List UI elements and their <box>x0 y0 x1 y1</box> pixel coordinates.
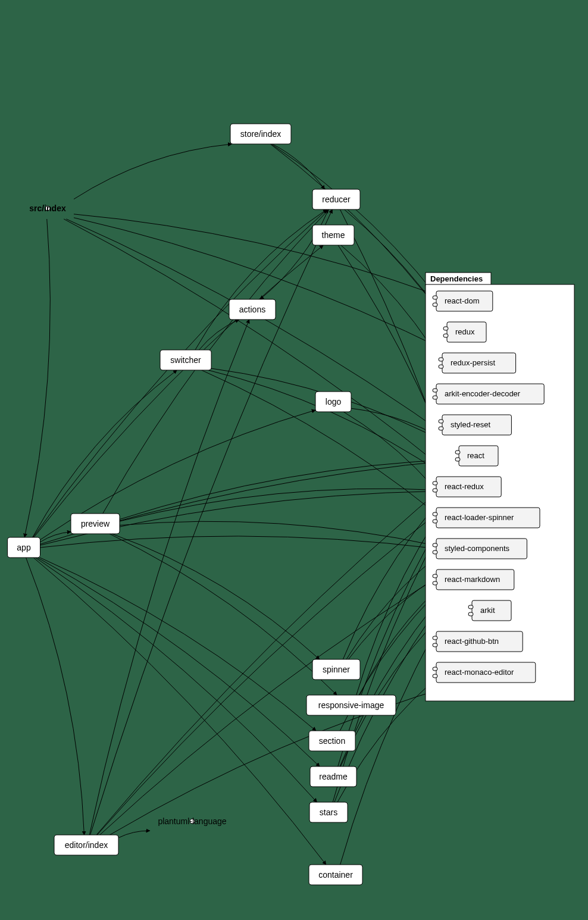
node-plantuml_language: plantuml-language <box>158 816 226 826</box>
edge-editor_index-react <box>96 466 468 835</box>
svg-rect-34 <box>433 636 437 640</box>
edge-reducer-actions <box>260 209 329 299</box>
svg-rect-32 <box>468 612 473 616</box>
dep-redux_persist: redux-persist <box>439 353 516 373</box>
node-store_index: store/index <box>230 124 291 144</box>
edge-app-styled_components <box>40 536 437 549</box>
node-container: container <box>309 865 362 885</box>
edge-src_index-react_dom <box>74 214 436 295</box>
svg-rect-13 <box>439 420 443 423</box>
node-stars-label: stars <box>320 808 337 817</box>
svg-rect-22 <box>433 512 437 516</box>
svg-rect-23 <box>433 520 437 523</box>
node-readme: readme <box>310 766 356 787</box>
node-preview: preview <box>71 514 120 534</box>
node-reducer-label: reducer <box>322 195 351 204</box>
svg-rect-4 <box>443 327 448 330</box>
svg-rect-5 <box>443 334 448 337</box>
svg-rect-19 <box>433 481 437 485</box>
svg-rect-31 <box>468 605 473 609</box>
dep-react_github_btn: react-github-btn <box>433 631 523 652</box>
svg-rect-14 <box>439 427 443 430</box>
edge-preview-reducer <box>103 209 329 514</box>
svg-rect-38 <box>433 674 437 678</box>
edge-editor_index-react_redux <box>97 497 458 835</box>
dep-styled_reset: styled-reset <box>439 415 511 435</box>
dep-react_redux-label: react-redux <box>445 482 484 491</box>
svg-rect-37 <box>433 667 437 671</box>
node-editor_index: editor/index <box>54 835 118 855</box>
node-src_index-label: src/index <box>29 204 66 213</box>
node-switcher-label: switcher <box>170 355 201 365</box>
node-section: section <box>309 731 355 751</box>
edge-src_index-store_index <box>74 144 232 199</box>
node-switcher: switcher <box>160 350 211 370</box>
dep-react_monaco_editor: react-monaco-editor <box>433 662 536 683</box>
svg-rect-20 <box>433 489 437 492</box>
node-app-label: app <box>17 543 31 552</box>
dep-redux-label: redux <box>455 327 475 336</box>
node-responsive_image: responsive-image <box>306 695 396 715</box>
node-editor_index-label: editor/index <box>65 840 108 850</box>
edge-preview-styled_components <box>120 521 436 546</box>
edge-switcher-reducer <box>195 209 327 350</box>
dep-react_dom-label: react-dom <box>445 296 480 305</box>
svg-rect-17 <box>455 458 460 461</box>
edge-preview-spinner <box>112 534 320 659</box>
dep-react_markdown: react-markdown <box>433 569 514 590</box>
dep-arkit_encoder_decoder: arkit-encoder-decoder <box>433 384 544 404</box>
edge-src_index-react_redux <box>64 219 453 477</box>
svg-rect-35 <box>433 643 437 647</box>
edge-switcher-actions <box>199 320 239 350</box>
node-src_index: src/index <box>29 204 66 213</box>
dep-react_loader_spinner-label: react-loader-spinner <box>445 513 514 522</box>
edge-src_index-react <box>66 219 461 446</box>
node-responsive_image-label: responsive-image <box>318 700 384 710</box>
edge-editor_index-actions <box>89 320 249 835</box>
dep-react_github_btn-label: react-github-btn <box>445 637 499 646</box>
dep-react_monaco_editor-label: react-monaco-editor <box>445 668 514 677</box>
svg-rect-26 <box>433 550 437 554</box>
edge-app-stars <box>36 558 317 802</box>
edge-src_index-redux_persist <box>74 218 451 353</box>
node-store_index-label: store/index <box>240 129 281 139</box>
edge-preview-responsive_image <box>110 534 337 695</box>
svg-rect-25 <box>433 543 437 547</box>
node-actions-label: actions <box>239 305 265 314</box>
svg-rect-10 <box>433 389 437 392</box>
edge-store_index-reducer <box>273 144 325 189</box>
edge-app-editor_index <box>26 558 85 835</box>
node-preview-label: preview <box>81 519 110 528</box>
node-container-label: container <box>318 870 353 880</box>
dep-react_redux: react-redux <box>433 477 501 497</box>
dep-react_markdown-label: react-markdown <box>445 575 500 584</box>
node-plantuml_language-label: plantuml-language <box>158 816 226 826</box>
svg-rect-16 <box>455 450 460 454</box>
dependency-graph: Dependenciesreact-domreduxredux-persista… <box>0 0 588 920</box>
edge-editor_index-plantuml_language <box>118 831 150 838</box>
svg-rect-8 <box>439 365 443 368</box>
dep-arkit_encoder_decoder-label: arkit-encoder-decoder <box>445 389 521 398</box>
dep-styled_reset-label: styled-reset <box>451 420 491 429</box>
dep-styled_components-label: styled-components <box>445 544 510 553</box>
edge-app-readme <box>37 558 320 766</box>
dep-styled_components: styled-components <box>433 539 527 559</box>
edge-src_index-app <box>24 219 50 537</box>
node-app: app <box>8 537 40 558</box>
edge-app-section <box>40 558 316 731</box>
node-theme-label: theme <box>322 230 345 240</box>
dependencies-title: Dependencies <box>430 274 483 283</box>
dep-react_loader_spinner: react-loader-spinner <box>433 508 540 528</box>
edge-app-reducer <box>33 209 327 537</box>
svg-rect-11 <box>433 396 437 399</box>
dep-arkit-label: arkit <box>480 606 495 615</box>
svg-rect-29 <box>433 581 437 585</box>
node-logo: logo <box>315 392 351 412</box>
dep-redux: redux <box>443 322 486 342</box>
dep-redux_persist-label: redux-persist <box>451 358 496 367</box>
dep-react_dom: react-dom <box>433 291 493 311</box>
svg-rect-28 <box>433 574 437 578</box>
svg-rect-2 <box>433 303 437 306</box>
node-actions: actions <box>229 299 276 320</box>
node-spinner: spinner <box>312 659 360 680</box>
